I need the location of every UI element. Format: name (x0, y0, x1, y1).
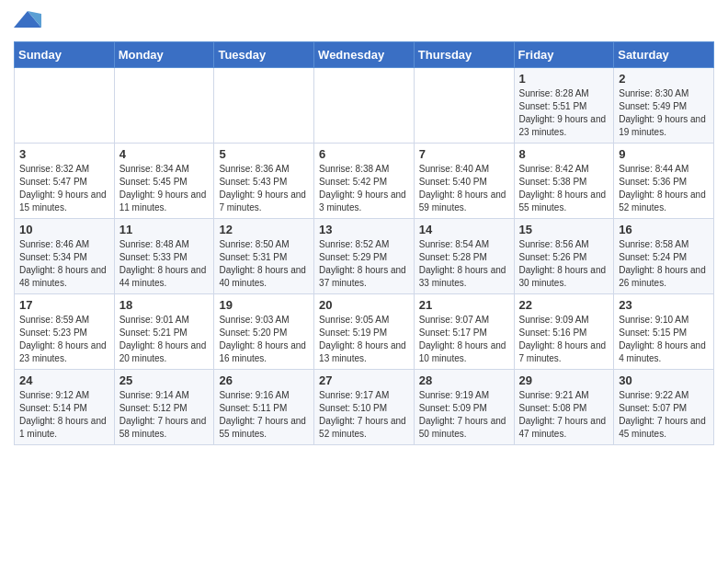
calendar-cell: 22Sunrise: 9:09 AM Sunset: 5:16 PM Dayli… (514, 294, 614, 370)
weekday-header-tuesday: Tuesday (214, 42, 314, 68)
calendar-cell: 30Sunrise: 9:22 AM Sunset: 5:07 PM Dayli… (614, 370, 714, 445)
logo (14, 9, 45, 32)
day-number: 13 (319, 223, 409, 236)
cell-info: Sunrise: 8:34 AM Sunset: 5:45 PM Dayligh… (119, 163, 210, 214)
day-number: 9 (619, 147, 709, 161)
weekday-header-friday: Friday (514, 42, 614, 68)
cell-info: Sunrise: 9:10 AM Sunset: 5:15 PM Dayligh… (619, 314, 709, 365)
cell-info: Sunrise: 8:28 AM Sunset: 5:51 PM Dayligh… (519, 87, 609, 139)
weekday-header-monday: Monday (114, 42, 214, 68)
cell-info: Sunrise: 8:40 AM Sunset: 5:40 PM Dayligh… (419, 163, 509, 214)
day-number: 12 (219, 223, 309, 236)
calendar-cell: 1Sunrise: 8:28 AM Sunset: 5:51 PM Daylig… (514, 68, 614, 144)
week-row-5: 24Sunrise: 9:12 AM Sunset: 5:14 PM Dayli… (15, 370, 714, 445)
day-number: 21 (419, 298, 509, 312)
calendar-cell (314, 68, 415, 144)
cell-info: Sunrise: 8:52 AM Sunset: 5:29 PM Dayligh… (319, 238, 409, 290)
calendar-cell (214, 68, 314, 144)
week-row-3: 10Sunrise: 8:46 AM Sunset: 5:34 PM Dayli… (15, 219, 714, 294)
weekday-header-saturday: Saturday (614, 42, 714, 68)
calendar-cell: 18Sunrise: 9:01 AM Sunset: 5:21 PM Dayli… (114, 294, 214, 370)
day-number: 2 (619, 72, 709, 86)
day-number: 19 (219, 298, 309, 312)
day-number: 1 (519, 72, 609, 86)
day-number: 16 (619, 223, 709, 236)
calendar-cell: 20Sunrise: 9:05 AM Sunset: 5:19 PM Dayli… (314, 294, 415, 370)
calendar-cell: 3Sunrise: 8:32 AM Sunset: 5:47 PM Daylig… (15, 144, 115, 219)
calendar-cell: 21Sunrise: 9:07 AM Sunset: 5:17 PM Dayli… (414, 294, 514, 370)
weekday-header-wednesday: Wednesday (314, 42, 415, 68)
calendar-cell: 5Sunrise: 8:36 AM Sunset: 5:43 PM Daylig… (214, 144, 314, 219)
calendar-cell (414, 68, 514, 144)
day-number: 23 (619, 298, 709, 312)
calendar-cell: 27Sunrise: 9:17 AM Sunset: 5:10 PM Dayli… (314, 370, 415, 445)
day-number: 24 (19, 373, 109, 387)
calendar-cell: 7Sunrise: 8:40 AM Sunset: 5:40 PM Daylig… (414, 144, 514, 219)
calendar-cell: 15Sunrise: 8:56 AM Sunset: 5:26 PM Dayli… (514, 219, 614, 294)
cell-info: Sunrise: 9:22 AM Sunset: 5:07 PM Dayligh… (619, 389, 709, 441)
cell-info: Sunrise: 8:50 AM Sunset: 5:31 PM Dayligh… (219, 238, 309, 290)
calendar-cell: 28Sunrise: 9:19 AM Sunset: 5:09 PM Dayli… (414, 370, 514, 445)
cell-info: Sunrise: 8:30 AM Sunset: 5:49 PM Dayligh… (619, 87, 709, 139)
week-row-4: 17Sunrise: 8:59 AM Sunset: 5:23 PM Dayli… (15, 294, 714, 370)
cell-info: Sunrise: 9:09 AM Sunset: 5:16 PM Dayligh… (519, 314, 609, 365)
cell-info: Sunrise: 8:36 AM Sunset: 5:43 PM Dayligh… (219, 163, 309, 214)
day-number: 25 (119, 373, 210, 387)
calendar-cell: 17Sunrise: 8:59 AM Sunset: 5:23 PM Dayli… (15, 294, 115, 370)
day-number: 5 (219, 147, 309, 161)
cell-info: Sunrise: 8:44 AM Sunset: 5:36 PM Dayligh… (619, 163, 709, 214)
day-number: 8 (519, 147, 609, 161)
day-number: 20 (319, 298, 409, 312)
calendar-table: SundayMondayTuesdayWednesdayThursdayFrid… (14, 41, 714, 445)
header (14, 9, 714, 32)
calendar-cell: 24Sunrise: 9:12 AM Sunset: 5:14 PM Dayli… (15, 370, 115, 445)
calendar-cell: 11Sunrise: 8:48 AM Sunset: 5:33 PM Dayli… (114, 219, 214, 294)
cell-info: Sunrise: 8:54 AM Sunset: 5:28 PM Dayligh… (419, 238, 509, 290)
day-number: 28 (419, 373, 509, 387)
cell-info: Sunrise: 9:16 AM Sunset: 5:11 PM Dayligh… (219, 389, 309, 441)
day-number: 22 (519, 298, 609, 312)
week-row-1: 1Sunrise: 8:28 AM Sunset: 5:51 PM Daylig… (15, 68, 714, 144)
day-number: 30 (619, 373, 709, 387)
cell-info: Sunrise: 8:46 AM Sunset: 5:34 PM Dayligh… (19, 238, 109, 290)
cell-info: Sunrise: 8:32 AM Sunset: 5:47 PM Dayligh… (19, 163, 109, 214)
logo-icon (14, 9, 41, 32)
calendar-cell: 4Sunrise: 8:34 AM Sunset: 5:45 PM Daylig… (114, 144, 214, 219)
cell-info: Sunrise: 8:48 AM Sunset: 5:33 PM Dayligh… (119, 238, 210, 290)
cell-info: Sunrise: 9:12 AM Sunset: 5:14 PM Dayligh… (19, 389, 109, 441)
cell-info: Sunrise: 9:03 AM Sunset: 5:20 PM Dayligh… (219, 314, 309, 365)
day-number: 11 (119, 223, 210, 236)
calendar-cell: 16Sunrise: 8:58 AM Sunset: 5:24 PM Dayli… (614, 219, 714, 294)
day-number: 6 (319, 147, 409, 161)
cell-info: Sunrise: 9:19 AM Sunset: 5:09 PM Dayligh… (419, 389, 509, 441)
weekday-header-thursday: Thursday (414, 42, 514, 68)
calendar-cell: 6Sunrise: 8:38 AM Sunset: 5:42 PM Daylig… (314, 144, 415, 219)
day-number: 14 (419, 223, 509, 236)
calendar-cell: 12Sunrise: 8:50 AM Sunset: 5:31 PM Dayli… (214, 219, 314, 294)
week-row-2: 3Sunrise: 8:32 AM Sunset: 5:47 PM Daylig… (15, 144, 714, 219)
cell-info: Sunrise: 8:56 AM Sunset: 5:26 PM Dayligh… (519, 238, 609, 290)
day-number: 29 (519, 373, 609, 387)
page-container: SundayMondayTuesdayWednesdayThursdayFrid… (0, 0, 728, 454)
day-number: 27 (319, 373, 409, 387)
cell-info: Sunrise: 9:14 AM Sunset: 5:12 PM Dayligh… (119, 389, 210, 441)
day-number: 18 (119, 298, 210, 312)
calendar-cell: 26Sunrise: 9:16 AM Sunset: 5:11 PM Dayli… (214, 370, 314, 445)
day-number: 17 (19, 298, 109, 312)
calendar-cell: 9Sunrise: 8:44 AM Sunset: 5:36 PM Daylig… (614, 144, 714, 219)
calendar-cell: 25Sunrise: 9:14 AM Sunset: 5:12 PM Dayli… (114, 370, 214, 445)
day-number: 3 (19, 147, 109, 161)
cell-info: Sunrise: 8:42 AM Sunset: 5:38 PM Dayligh… (519, 163, 609, 214)
cell-info: Sunrise: 9:01 AM Sunset: 5:21 PM Dayligh… (119, 314, 210, 365)
cell-info: Sunrise: 9:21 AM Sunset: 5:08 PM Dayligh… (519, 389, 609, 441)
cell-info: Sunrise: 8:38 AM Sunset: 5:42 PM Dayligh… (319, 163, 409, 214)
weekday-header-sunday: Sunday (15, 42, 115, 68)
calendar-cell: 10Sunrise: 8:46 AM Sunset: 5:34 PM Dayli… (15, 219, 115, 294)
calendar-cell (114, 68, 214, 144)
calendar-cell: 8Sunrise: 8:42 AM Sunset: 5:38 PM Daylig… (514, 144, 614, 219)
cell-info: Sunrise: 8:59 AM Sunset: 5:23 PM Dayligh… (19, 314, 109, 365)
day-number: 7 (419, 147, 509, 161)
cell-info: Sunrise: 9:17 AM Sunset: 5:10 PM Dayligh… (319, 389, 409, 441)
day-number: 4 (119, 147, 210, 161)
calendar-cell: 2Sunrise: 8:30 AM Sunset: 5:49 PM Daylig… (614, 68, 714, 144)
